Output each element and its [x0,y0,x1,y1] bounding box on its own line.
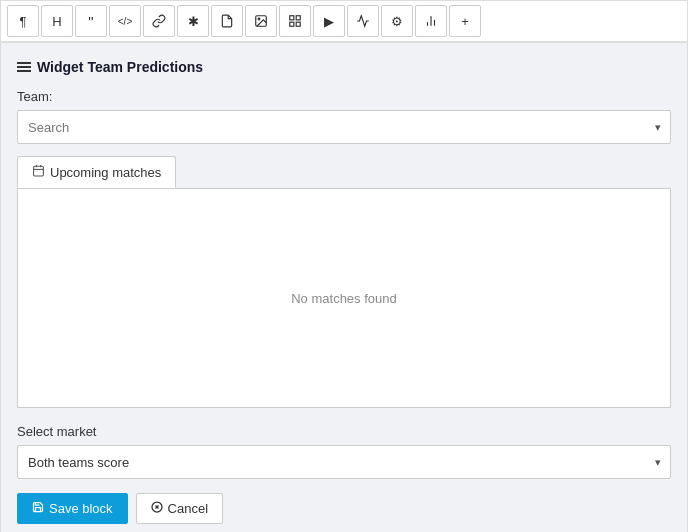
cancel-label: Cancel [168,501,208,516]
panel-title: Widget Team Predictions [17,59,671,75]
settings-button[interactable]: ⚙ [381,5,413,37]
link-button[interactable] [143,5,175,37]
save-block-label: Save block [49,501,113,516]
market-select-input[interactable] [17,445,671,479]
menu-icon [17,62,31,72]
plus-button[interactable]: + [449,5,481,37]
calendar-icon [32,164,45,180]
gallery-button[interactable] [279,5,311,37]
paragraph-button[interactable]: ¶ [7,5,39,37]
toolbar: ¶ H " </> ✱ ▶ ⚙ + [0,0,688,42]
cancel-icon [151,501,163,516]
tabs-container: Upcoming matches [17,156,671,188]
upcoming-matches-tab[interactable]: Upcoming matches [17,156,176,188]
matches-content-panel: No matches found [17,188,671,408]
svg-rect-9 [34,166,44,176]
document-button[interactable] [211,5,243,37]
no-matches-text: No matches found [291,291,397,306]
save-icon [32,501,44,516]
asterisk-button[interactable]: ✱ [177,5,209,37]
quote-button[interactable]: " [75,5,107,37]
bar-chart-button[interactable] [415,5,447,37]
play-button[interactable]: ▶ [313,5,345,37]
team-search-input[interactable] [17,110,671,144]
save-block-button[interactable]: Save block [17,493,128,524]
upcoming-matches-tab-label: Upcoming matches [50,165,161,180]
team-label: Team: [17,89,671,104]
svg-rect-4 [290,22,294,26]
widget-panel: Widget Team Predictions Team: ▾ Upcoming… [0,42,688,532]
code-button[interactable]: </> [109,5,141,37]
chart-line-button[interactable] [347,5,379,37]
actions-bar: Save block Cancel [17,493,671,524]
select-market-label: Select market [17,424,671,439]
svg-rect-5 [296,22,300,26]
cancel-button[interactable]: Cancel [136,493,223,524]
team-select-wrapper: ▾ [17,110,671,144]
image-button[interactable] [245,5,277,37]
market-select-wrapper: ▾ [17,445,671,479]
svg-point-1 [258,18,260,20]
panel-title-text: Widget Team Predictions [37,59,203,75]
svg-rect-3 [296,16,300,20]
heading-button[interactable]: H [41,5,73,37]
svg-rect-2 [290,16,294,20]
